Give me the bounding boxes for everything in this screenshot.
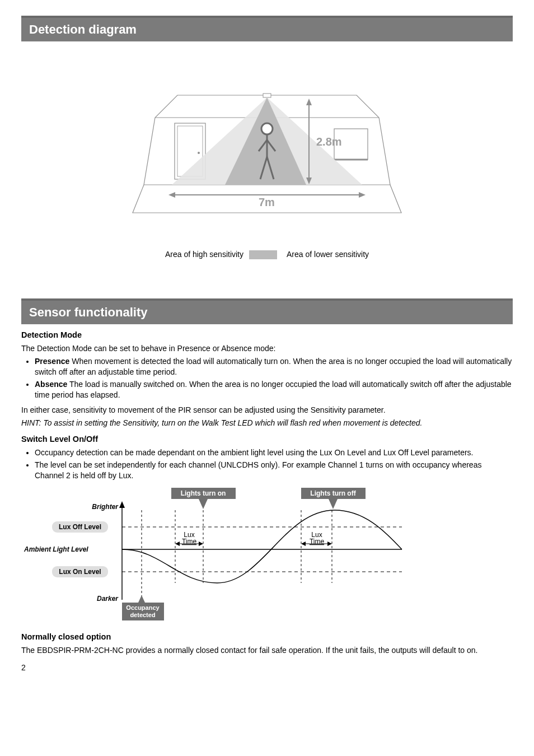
detection-mode-list: Presence When movement is detected the l… xyxy=(21,356,513,401)
svg-text:Lights turn off: Lights turn off xyxy=(310,489,356,497)
legend-high-label: Area of high sensitivity xyxy=(165,250,243,259)
svg-text:Darker: Darker xyxy=(97,595,119,603)
svg-marker-19 xyxy=(359,192,366,198)
svg-marker-44 xyxy=(327,542,332,546)
presence-label: Presence xyxy=(35,357,69,366)
switch-level-heading: Switch Level On/Off xyxy=(21,434,513,445)
page-number: 2 xyxy=(21,662,513,673)
absence-text: The load is manually switched on. When t… xyxy=(35,380,512,399)
normally-closed-heading: Normally closed option xyxy=(21,632,513,643)
hint-text: HINT: To assist in setting the Sensitivi… xyxy=(21,418,513,428)
svg-text:Brighter: Brighter xyxy=(92,503,119,511)
svg-marker-18 xyxy=(168,192,175,198)
switch-level-b2: The level can be set independently for e… xyxy=(35,460,513,481)
svg-text:Occupancy: Occupancy xyxy=(126,604,160,611)
svg-text:detected: detected xyxy=(130,612,155,618)
svg-text:Lux On Level: Lux On Level xyxy=(59,568,101,576)
detection-mode-heading: Detection Mode xyxy=(21,330,513,341)
detection-mode-intro: The Detection Mode can be set to behave … xyxy=(21,343,513,354)
svg-rect-5 xyxy=(263,94,271,97)
switch-level-b1: Occupancy detection can be made dependan… xyxy=(35,447,513,458)
legend-high-swatch xyxy=(249,250,277,259)
room-diagram-svg: 2.8m 7m xyxy=(121,62,413,235)
svg-point-8 xyxy=(261,123,273,134)
svg-text:Time: Time xyxy=(310,538,325,545)
svg-text:Ambient Light Level: Ambient Light Level xyxy=(24,545,88,553)
svg-text:Lux Off Level: Lux Off Level xyxy=(59,523,101,531)
svg-marker-21 xyxy=(119,501,125,508)
legend-low-label: Area of lower sensitivity xyxy=(287,250,369,259)
absence-label: Absence xyxy=(35,380,67,389)
svg-text:Lights turn on: Lights turn on xyxy=(181,489,226,497)
svg-marker-39 xyxy=(199,542,203,546)
absence-bullet: Absence The load is manually switched on… xyxy=(35,379,513,400)
svg-marker-38 xyxy=(175,542,180,546)
section-1-header: Detection diagram xyxy=(21,16,513,41)
svg-marker-52 xyxy=(329,499,338,509)
either-case-text: In either case, sensitivity to movement … xyxy=(21,405,513,416)
diagram-height-label: 2.8m xyxy=(316,136,342,148)
presence-text: When movement is detected the load will … xyxy=(35,357,512,376)
svg-marker-56 xyxy=(138,595,145,603)
presence-bullet: Presence When movement is detected the l… xyxy=(35,356,513,377)
svg-text:Time: Time xyxy=(182,538,197,545)
diagram-legend: Area of high sensitivity Area of lower s… xyxy=(21,244,513,277)
detection-diagram: 2.8m 7m xyxy=(21,46,513,244)
svg-marker-15 xyxy=(306,99,312,105)
section-2-header: Sensor functionality xyxy=(21,298,513,324)
lux-chart-svg: Brighter Darker Lux Off Level Ambient Li… xyxy=(21,488,413,622)
normally-closed-text: The EBDSPIR-PRM-2CH-NC provides a normal… xyxy=(21,645,513,656)
diagram-width-label: 7m xyxy=(259,196,275,208)
svg-marker-43 xyxy=(301,542,306,546)
switch-level-list: Occupancy detection can be made dependan… xyxy=(21,447,513,482)
svg-point-2 xyxy=(198,152,200,154)
svg-marker-49 xyxy=(199,499,208,509)
lux-chart: Brighter Darker Lux Off Level Ambient Li… xyxy=(21,486,513,626)
